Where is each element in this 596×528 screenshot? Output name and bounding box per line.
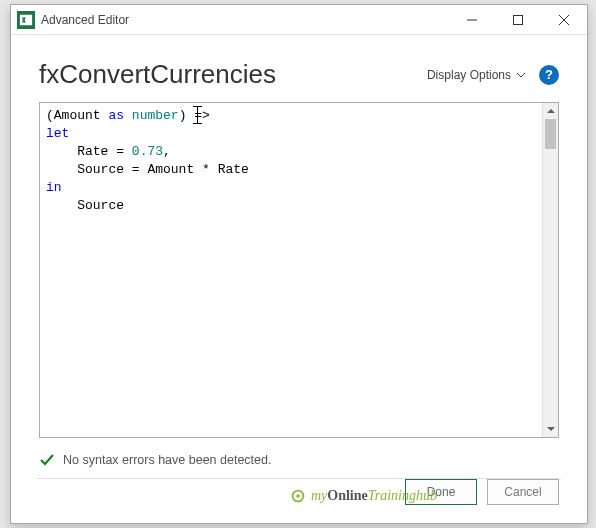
svg-rect-0 [20,14,32,25]
code-editor[interactable]: (Amount as number) => let Rate = 0.73, S… [40,103,542,437]
excel-icon [17,11,35,29]
code-text: Source [46,198,124,213]
code-keyword: in [46,180,62,195]
scroll-thumb[interactable] [545,119,556,149]
scroll-up-button[interactable] [543,103,558,119]
watermark-text: Traininghub [368,488,437,503]
display-options-dropdown[interactable]: Display Options [427,68,525,82]
scroll-track[interactable] [543,119,558,421]
window-title: Advanced Editor [41,13,449,27]
code-number: 0.73 [132,144,163,159]
advanced-editor-window: Advanced Editor fxConvertCurrencies Disp… [10,4,588,524]
svg-rect-2 [514,15,523,24]
code-text: Rate = [46,144,132,159]
scroll-down-button[interactable] [543,421,558,437]
chevron-down-icon [517,68,525,82]
watermark-text: my [311,488,327,503]
svg-point-6 [296,494,300,498]
gear-icon [289,487,307,505]
checkmark-icon [39,452,55,468]
vertical-scrollbar[interactable] [542,103,558,437]
titlebar: Advanced Editor [11,5,587,35]
status-row: No syntax errors have been detected. [11,438,587,478]
cancel-button[interactable]: Cancel [487,479,559,505]
window-controls [449,5,587,34]
maximize-button[interactable] [495,5,541,34]
button-row: myOnlineTraininghub Done Cancel [11,479,587,523]
code-text: Source = Amount * Rate [46,162,249,177]
display-options-label: Display Options [427,68,511,82]
watermark: myOnlineTraininghub [289,487,437,505]
minimize-button[interactable] [449,5,495,34]
code-type: number [132,108,179,123]
code-editor-container: (Amount as number) => let Rate = 0.73, S… [39,102,559,438]
help-icon[interactable]: ? [539,65,559,85]
header-row: fxConvertCurrencies Display Options ? [11,35,587,98]
status-message: No syntax errors have been detected. [63,453,271,467]
code-keyword: as [108,108,124,123]
query-name: fxConvertCurrencies [39,59,427,90]
code-text: (Amount [46,108,108,123]
code-text [124,108,132,123]
code-keyword: let [46,126,69,141]
close-button[interactable] [541,5,587,34]
text-cursor-icon [193,107,202,123]
code-text: , [163,144,171,159]
watermark-text-bold: Online [327,488,367,503]
